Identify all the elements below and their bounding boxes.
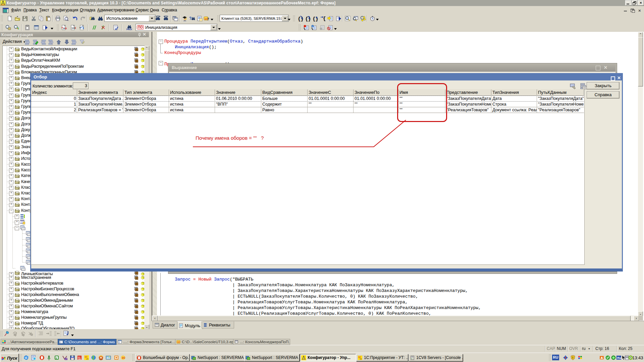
svg-text:1АБ: 1АБ <box>71 26 76 29</box>
svg-text:e: e <box>25 356 27 360</box>
svg-text:+: + <box>79 26 81 29</box>
svg-text:{}: {} <box>298 16 303 21</box>
svg-text:?: ? <box>312 25 313 27</box>
svg-text:µ: µ <box>56 356 57 359</box>
svg-text:V8: V8 <box>86 358 89 360</box>
svg-text:{}: {} <box>323 16 326 21</box>
svg-text:!: ! <box>572 356 573 359</box>
svg-text:V8: V8 <box>360 358 362 360</box>
svg-text:1С: 1С <box>122 356 125 359</box>
svg-text:v7: v7 <box>65 358 67 360</box>
svg-text:?: ? <box>207 17 209 21</box>
svg-text:АБ: АБ <box>63 27 67 30</box>
svg-text:?: ? <box>189 16 192 21</box>
svg-text:1С: 1С <box>177 341 180 343</box>
svg-text:{}: {} <box>305 16 311 21</box>
svg-text:Q: Q <box>346 17 348 20</box>
svg-text:{}: {} <box>313 16 318 21</box>
svg-text:PROC: PROC <box>126 28 132 31</box>
svg-text:1С: 1С <box>85 356 88 358</box>
